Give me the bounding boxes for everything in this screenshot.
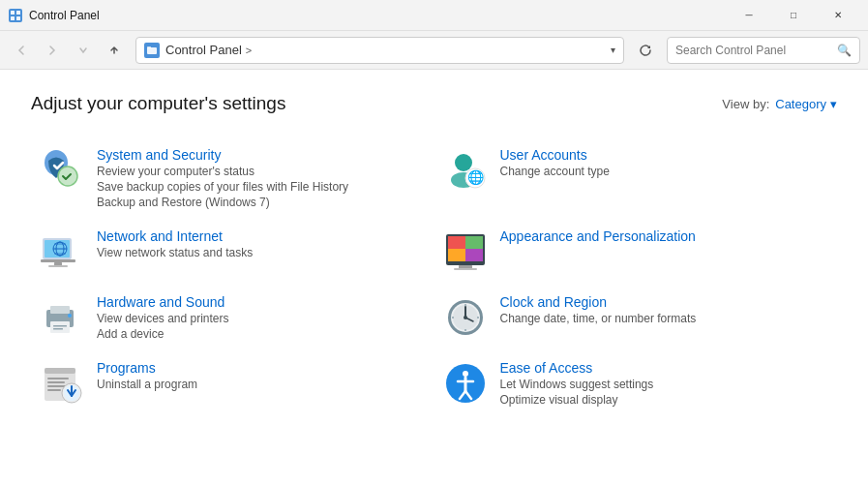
svg-rect-27 (448, 249, 465, 261)
clock-region-icon (442, 294, 489, 341)
clock-region-text: Clock and Region Change date, time, or n… (500, 294, 697, 325)
svg-rect-5 (147, 47, 157, 54)
window-controls: ─ □ ✕ (727, 0, 860, 31)
svg-rect-3 (11, 16, 15, 20)
address-dropdown-button[interactable]: ▾ (611, 45, 615, 55)
address-bar[interactable]: Control Panel > ▾ (135, 37, 624, 64)
search-input[interactable] (675, 44, 837, 57)
close-button[interactable]: ✕ (816, 0, 860, 31)
ease-of-access-link-1[interactable]: Let Windows suggest settings (500, 378, 654, 391)
minimize-button[interactable]: ─ (727, 0, 771, 31)
page-title: Adjust your computer's settings (31, 93, 285, 114)
refresh-button[interactable] (632, 37, 659, 64)
svg-rect-16 (54, 262, 62, 265)
hardware-sound-link-1[interactable]: View devices and printers (97, 312, 229, 325)
forward-button[interactable] (39, 37, 66, 64)
system-security-link-1[interactable]: Review your computer's status (97, 165, 348, 178)
programs-install-icon (41, 362, 83, 405)
main-content: Adjust your computer's settings View by:… (0, 70, 868, 485)
system-security-link-3[interactable]: Backup and Restore (Windows 7) (97, 196, 348, 209)
svg-point-57 (463, 371, 468, 377)
back-button[interactable] (8, 37, 35, 64)
hardware-sound-link-2[interactable]: Add a device (97, 327, 229, 341)
system-security-title[interactable]: System and Security (97, 147, 348, 163)
hardware-sound-icon (39, 294, 85, 341)
maximize-button[interactable]: □ (771, 0, 816, 31)
category-hardware-sound[interactable]: Hardware and Sound View devices and prin… (31, 285, 434, 350)
nav-bar: Control Panel > ▾ 🔍 (0, 31, 868, 70)
view-by-dropdown-arrow: ▾ (830, 97, 837, 111)
svg-point-36 (68, 314, 72, 318)
svg-rect-17 (48, 265, 68, 267)
title-bar-text: Control Panel (29, 9, 727, 22)
category-appearance[interactable]: Appearance and Personalization (434, 219, 838, 285)
svg-point-44 (464, 329, 466, 331)
title-bar: Control Panel ─ □ ✕ (0, 0, 868, 31)
programs-icon (39, 360, 85, 407)
search-bar[interactable]: 🔍 (667, 37, 860, 64)
appearance-text: Appearance and Personalization (500, 228, 696, 244)
svg-rect-49 (47, 378, 69, 379)
accessibility-icon (444, 362, 487, 405)
chevron-down-icon (78, 45, 88, 55)
user-icon: 🌐 (444, 149, 487, 192)
address-bar-folder-icon (144, 43, 160, 58)
svg-rect-0 (9, 9, 22, 22)
category-system-security[interactable]: System and Security Review your computer… (31, 137, 434, 219)
view-by-control: View by: Category ▾ (722, 97, 837, 111)
clock-region-link-1[interactable]: Change date, time, or number formats (500, 312, 697, 325)
category-network-internet[interactable]: Network and Internet View network status… (31, 219, 434, 285)
appearance-title[interactable]: Appearance and Personalization (500, 228, 696, 244)
ease-of-access-text: Ease of Access Let Windows suggest setti… (500, 360, 654, 407)
up-arrow-icon (108, 45, 120, 56)
user-accounts-title[interactable]: User Accounts (500, 147, 610, 163)
svg-text:🌐: 🌐 (466, 169, 484, 186)
svg-rect-26 (465, 236, 483, 249)
address-arrow: > (246, 45, 252, 56)
svg-rect-29 (459, 265, 472, 268)
category-programs[interactable]: Programs Uninstall a program (31, 350, 434, 416)
clock-region-title[interactable]: Clock and Region (500, 294, 697, 310)
network-internet-title[interactable]: Network and Internet (97, 228, 253, 244)
programs-text: Programs Uninstall a program (97, 360, 197, 391)
network-internet-text: Network and Internet View network status… (97, 228, 253, 259)
svg-rect-30 (454, 268, 477, 270)
ease-of-access-title[interactable]: Ease of Access (500, 360, 654, 376)
ease-of-access-link-2[interactable]: Optimize visual display (500, 393, 654, 407)
svg-rect-2 (16, 11, 20, 15)
programs-link-1[interactable]: Uninstall a program (97, 378, 197, 391)
svg-rect-33 (50, 321, 70, 333)
hardware-sound-title[interactable]: Hardware and Sound (97, 294, 229, 310)
clock-icon (444, 296, 487, 339)
appearance-personalization-icon (444, 230, 487, 273)
system-security-link-2[interactable]: Save backup copies of your files with Fi… (97, 180, 348, 194)
user-accounts-icon: 🌐 (442, 147, 489, 194)
shield-icon (41, 149, 83, 192)
categories-grid: System and Security Review your computer… (31, 137, 837, 416)
programs-title[interactable]: Programs (97, 360, 197, 376)
title-bar-icon (8, 8, 23, 23)
svg-point-43 (464, 304, 466, 306)
forward-arrow-icon (46, 45, 58, 56)
category-user-accounts[interactable]: 🌐 User Accounts Change account type (434, 137, 838, 219)
svg-rect-25 (448, 236, 465, 249)
printer-icon (41, 296, 83, 339)
appearance-icon (442, 228, 489, 275)
svg-rect-50 (47, 381, 65, 383)
user-accounts-link-1[interactable]: Change account type (500, 165, 610, 178)
up-button[interactable] (101, 37, 128, 64)
recent-locations-button[interactable] (70, 37, 97, 64)
network-internet-link-1[interactable]: View network status and tasks (97, 246, 253, 259)
category-clock-region[interactable]: Clock and Region Change date, time, or n… (434, 285, 838, 350)
svg-rect-15 (41, 259, 75, 262)
svg-rect-35 (53, 328, 63, 330)
svg-rect-34 (53, 325, 67, 327)
hardware-sound-text: Hardware and Sound View devices and prin… (97, 294, 229, 341)
svg-point-46 (477, 317, 479, 318)
category-ease-of-access[interactable]: Ease of Access Let Windows suggest setti… (434, 350, 838, 416)
back-arrow-icon (15, 45, 27, 56)
view-by-dropdown[interactable]: Category ▾ (775, 97, 837, 111)
view-by-value: Category (775, 97, 826, 111)
svg-rect-28 (465, 249, 483, 261)
view-by-label: View by: (722, 97, 769, 111)
